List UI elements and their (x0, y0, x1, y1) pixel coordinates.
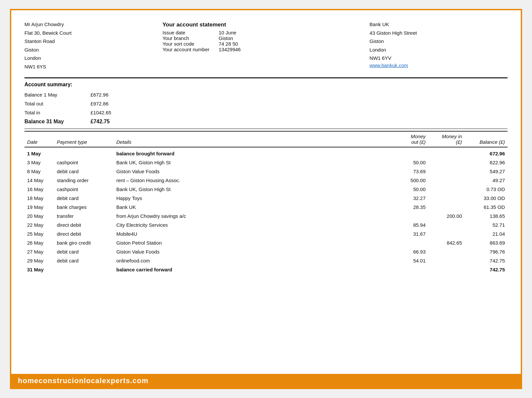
table-header-row: Date Payment type Details Moneyout (£) M… (24, 131, 508, 147)
cell-date: 14 May (24, 176, 54, 185)
cell-date: 22 May (24, 220, 54, 229)
branch-value: Giston (219, 35, 233, 41)
summary-row-value: £1042.65 (91, 108, 111, 117)
issue-date-value: 10 June (219, 30, 236, 35)
summary-row-value: £672.96 (91, 90, 108, 99)
table-row: 27 Maydebit cardGiston Value Foods66.937… (24, 247, 508, 256)
cell-money-out (392, 147, 428, 158)
cell-details: balance brought forward (114, 147, 392, 158)
cell-date: 25 May (24, 229, 54, 238)
summary-row-label: Total out (24, 99, 91, 108)
cell-money-in (428, 185, 465, 194)
table-row: 26 Maybank giro creditGiston Petrol Stat… (24, 238, 508, 247)
cell-date: 8 May (24, 167, 54, 176)
account-info: Your account statement Issue date 10 Jun… (163, 20, 370, 71)
summary-row-label: Balance 1 May (24, 90, 91, 99)
cell-balance: 52.71 (465, 220, 508, 229)
col-header-balance: Balance (£) (465, 131, 508, 147)
cell-money-in (428, 256, 465, 265)
cell-money-in (428, 203, 465, 212)
col-header-date: Date (24, 131, 54, 147)
cell-payment: transfer (54, 212, 114, 220)
cell-balance: 672.96 (465, 147, 508, 158)
summary-row: Balance 31 May£742.75 (24, 117, 508, 127)
cell-date: 27 May (24, 247, 54, 256)
cell-money-in (428, 167, 465, 176)
bank-website[interactable]: www.bankuk.com (369, 62, 408, 68)
summary-rows: Balance 1 May£672.96Total out£972.86Tota… (24, 90, 508, 127)
cell-money-out (392, 212, 428, 220)
cell-payment: bank giro credit (54, 238, 114, 247)
cell-date: 3 May (24, 158, 54, 167)
cell-date: 19 May (24, 203, 54, 212)
summary-row-label: Total in (24, 108, 91, 117)
summary-divider (24, 129, 508, 129)
cell-details: Bank UK (114, 203, 392, 212)
cell-money-in (428, 147, 465, 158)
table-row: 1 Maybalance brought forward672.96 (24, 147, 508, 158)
summary-row: Total out£972.86 (24, 99, 508, 108)
table-row: 20 Maytransferfrom Arjun Chowdry savings… (24, 212, 508, 220)
cell-money-out: 31.67 (392, 229, 428, 238)
header-divider (24, 77, 508, 78)
cell-balance: 61.35 OD (465, 203, 508, 212)
cell-date: 1 May (24, 147, 54, 158)
cell-balance: 796.76 (465, 247, 508, 256)
table-row: 18 Maydebit cardHappy Toys32.2733.00 OD (24, 194, 508, 203)
table-row: 29 Maydebit cardonlinefood.com54.01742.7… (24, 256, 508, 265)
customer-address3: Giston (24, 46, 163, 54)
cell-details: Mobile4U (114, 229, 392, 238)
cell-money-out (392, 238, 428, 247)
cell-details: rent – Giston Housing Assoc. (114, 176, 392, 185)
cell-balance: 549.27 (465, 167, 508, 176)
cell-date: 18 May (24, 194, 54, 203)
cell-date: 20 May (24, 212, 54, 220)
cell-balance: 742.75 (465, 265, 508, 274)
col-header-payment: Payment type (54, 131, 114, 147)
cell-money-out: 500.00 (392, 176, 428, 185)
bank-address2: Giston (369, 37, 508, 46)
table-row: 16 MaycashpointBank UK, Giston High St50… (24, 185, 508, 194)
sort-code-label: Your sort code (163, 41, 219, 47)
cell-payment (54, 265, 114, 274)
col-header-money-in: Money in(£) (428, 131, 465, 147)
cell-date: 31 May (24, 265, 54, 274)
cell-payment: debit card (54, 256, 114, 265)
sort-code-value: 74 28 50 (219, 41, 238, 47)
cell-payment: debit card (54, 247, 114, 256)
header-section: Mr Arjun Chowdry Flat 30, Bewick Court S… (24, 20, 508, 71)
cell-money-out: 73.69 (392, 167, 428, 176)
cell-money-out: 66.93 (392, 247, 428, 256)
customer-address2: Stanton Road (24, 37, 163, 46)
cell-money-out: 32.27 (392, 194, 428, 203)
cell-money-out: 50.00 (392, 185, 428, 194)
cell-payment: bank charges (54, 203, 114, 212)
cell-money-out: 28.35 (392, 203, 428, 212)
cell-money-in (428, 176, 465, 185)
cell-details: Giston Value Foods (114, 167, 392, 176)
cell-balance: 33.00 OD (465, 194, 508, 203)
summary-title: Account summary: (24, 82, 508, 88)
cell-payment: direct debit (54, 229, 114, 238)
table-row: 25 Maydirect debitMobile4U31.6721.04 (24, 229, 508, 238)
bank-address: Bank UK 43 Giston High Street Giston Lon… (369, 20, 508, 71)
summary-row: Balance 1 May£672.96 (24, 90, 508, 99)
cell-details: City Electricity Services (114, 220, 392, 229)
cell-details: Bank UK, Giston High St (114, 158, 392, 167)
col-header-money-out: Moneyout (£) (392, 131, 428, 147)
cell-date: 29 May (24, 256, 54, 265)
account-number-row: Your account number 13429946 (163, 47, 370, 52)
cell-money-in: 842.65 (428, 238, 465, 247)
cell-money-out (392, 265, 428, 274)
table-row: 19 Maybank chargesBank UK28.3561.35 OD (24, 203, 508, 212)
cell-details: balance carried forward (114, 265, 392, 274)
table-row: 8 Maydebit cardGiston Value Foods73.6954… (24, 167, 508, 176)
table-row: 31 Maybalance carried forward742.75 (24, 265, 508, 274)
cell-details: Giston Petrol Station (114, 238, 392, 247)
footer-watermark: homeconstrucionlocalexperts.com (11, 374, 521, 388)
col-header-details: Details (114, 131, 392, 147)
cell-balance: 622.96 (465, 158, 508, 167)
cell-date: 26 May (24, 238, 54, 247)
statement-title: Your account statement (163, 20, 370, 30)
account-summary: Account summary: (24, 82, 508, 88)
